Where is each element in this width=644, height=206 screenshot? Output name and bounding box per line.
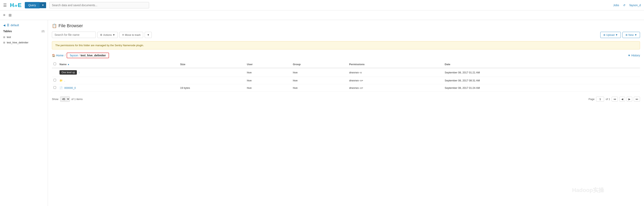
file-link[interactable]: 000000_0 [64,86,76,89]
query-button[interactable]: Query [25,2,40,9]
folder-link[interactable]: . [64,79,65,82]
trash-icon: ✕ [122,33,124,36]
home-breadcrumb[interactable]: 🏠 Home [52,54,64,57]
upload-icon: ⊕ [603,33,606,36]
row-group-cell: hive [291,68,348,77]
row-user-cell: hive [245,84,291,92]
actions-button[interactable]: ⚙ Actions ▼ [98,32,118,38]
th-size[interactable]: Size [179,61,245,68]
upload-label: Upload [606,33,614,36]
file-icon: 📄 [60,86,63,89]
home-icon: 🏠 [52,54,55,57]
history-button[interactable]: ▼ History [628,54,640,57]
breadcrumb-path-box: fayson / test_hive_delimiter [67,53,109,58]
th-group[interactable]: Group [291,61,348,68]
query-dropdown-button[interactable]: ▼ [40,2,46,8]
table-row: 📁 . hive hive drwxrwx--x+ September 08, … [52,77,640,84]
query-button-group: Query ▼ [25,2,46,9]
new-icon: ⊕ [626,33,628,36]
breadcrumb-nav: 🏠 Home / fayson / test_hive_delimiter ▼ … [52,53,640,58]
next-page-button[interactable]: ▶ [627,96,632,101]
row-size-cell: 19 bytes [179,84,245,92]
row-checkbox-cell [52,77,58,84]
sidebar-back-button[interactable]: ◀ 🗄 default [0,22,48,28]
row-user-cell: hive [245,77,291,84]
row-name-cell: One level up ↑ [58,68,179,77]
file-table: Name ▲ Size User Group Permissions Date [52,61,640,92]
row-checkbox[interactable] [54,79,56,81]
th-user[interactable]: User [245,61,291,68]
table-header-row: Name ▲ Size User Group Permissions Date [52,61,640,68]
th-checkbox [52,61,58,68]
row-name-cell: 📁 . [58,77,179,84]
row-date-cell: September 08, 2017 08:31 AM [443,77,640,84]
row-permissions-cell: drwxrwx--x+ [348,84,443,92]
search-input[interactable] [52,32,96,38]
sidebar-item-label: test [7,36,11,39]
gear-icon: ⚙ [100,33,102,36]
actions-label: Actions [103,33,112,36]
sidebar-item-test-hive-delimiter[interactable]: ⊞ test_hive_delimiter [0,40,48,45]
per-page-select[interactable]: 45 25 10 [60,96,70,102]
nav-right: Jobs ↺ fayson_d [613,4,641,7]
table-row: 📄 000000_0 19 bytes hive hive drwxrwx--x… [52,84,640,92]
first-page-button[interactable]: ⏮ [612,96,618,101]
sidebar-db-name: default [10,24,19,27]
logo[interactable]: H 𝓊 E [10,2,22,9]
row-permissions-cell: drwxrwx--x+ [348,77,443,84]
history-icon[interactable]: ↺ [623,4,626,7]
page-input[interactable] [596,96,604,101]
global-search-input[interactable] [49,2,149,9]
th-permissions[interactable]: Permissions [348,61,443,68]
table-icon: ⊞ [3,36,5,39]
row-permissions-cell: drwxrwx--x [348,68,443,77]
up-level-link[interactable]: ↑ [78,71,80,74]
sidebar-db-icon: 🗄 [6,24,10,27]
new-button[interactable]: ⊕ New ▼ [622,32,640,38]
jobs-link[interactable]: Jobs [613,4,619,7]
select-all-checkbox[interactable] [54,63,56,65]
row-date-cell: September 08, 2017 01:24 AM [443,84,640,92]
alert-message: The permissions for this folder are mana… [55,44,144,47]
folder-icon: 📁 [60,79,63,82]
breadcrumb: 🏠 Home / fayson / test_hive_delimiter [52,53,109,58]
sidebar: ◀ 🗄 default Tables (2) ⊞ test ⊞ test_hiv… [0,20,48,206]
prev-page-button[interactable]: ◀ [620,96,625,101]
layers-icon[interactable]: ≡ [3,13,6,17]
grid-icon[interactable]: ⊞ [8,13,12,17]
name-col-label: Name [60,63,66,66]
row-date-cell: September 08, 2017 01:21 AM [443,68,640,77]
row-name-cell: 📄 000000_0 [58,84,179,92]
last-page-button[interactable]: ⏭ [634,96,640,101]
move-to-trash-button[interactable]: ✕ Move to trash [120,32,143,38]
breadcrumb-path-link[interactable]: fayson [70,54,78,57]
back-icon: ◀ [3,24,6,27]
new-label: New [628,33,634,36]
breadcrumb-current-folder: test_hive_delimiter [80,54,106,57]
row-size-cell [179,77,245,84]
row-group-cell: hive [291,84,348,92]
main-content: 📋 File Browser ⚙ Actions ▼ ✕ Move to tra… [48,20,644,206]
row-group-cell: hive [291,77,348,84]
page-label: Page [588,97,594,100]
of-pages-label: of 1 [606,97,610,100]
row-user-cell: hive [245,68,291,77]
history-label: History [631,54,640,57]
extra-dropdown-button[interactable]: ▼ [145,32,152,38]
upload-dropdown-icon: ▼ [615,33,618,36]
user-menu[interactable]: fayson_d [630,4,641,7]
page-nav: Page of 1 ⏮ ◀ ▶ ⏭ [588,96,640,101]
upload-button[interactable]: ⊕ Upload ▼ [600,32,621,38]
page-title: File Browser [58,23,83,28]
show-label: Show [52,97,58,100]
page-title-bar: 📋 File Browser [52,23,640,28]
top-nav: ☰ H 𝓊 E Query ▼ Jobs ↺ fayson_d [0,0,644,10]
sidebar-item-test[interactable]: ⊞ test [0,34,48,40]
hamburger-icon[interactable]: ☰ [3,3,7,8]
sidebar-tables-count: (2) [42,30,44,33]
th-date[interactable]: Date [443,61,640,68]
home-label: Home [56,54,64,57]
th-name[interactable]: Name ▲ [58,61,179,68]
row-checkbox[interactable] [54,86,56,89]
history-dropdown-icon: ▼ [628,54,630,57]
